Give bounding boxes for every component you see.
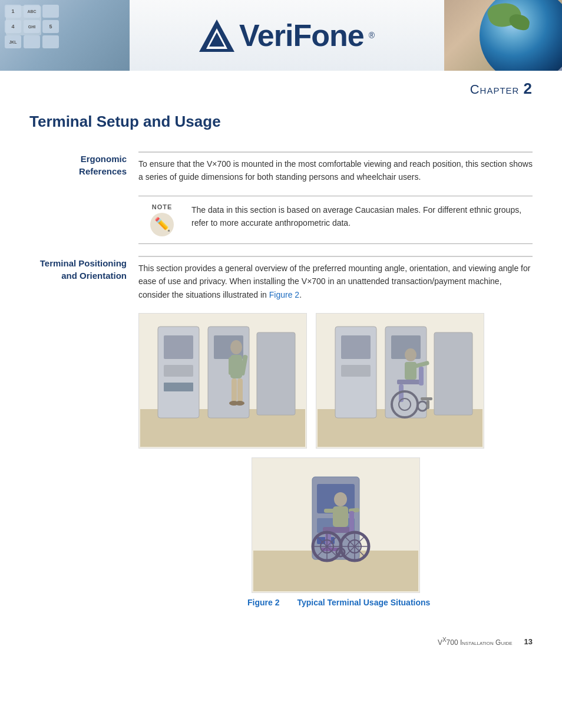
svg-rect-27 — [405, 362, 416, 380]
svg-rect-10 — [257, 332, 295, 415]
key-1: 1 — [5, 5, 21, 18]
ergonomic-label-text: Ergonomic References — [29, 153, 127, 177]
svg-rect-16 — [237, 378, 243, 402]
globe-land-2 — [508, 13, 531, 31]
svg-rect-36 — [427, 400, 429, 409]
svg-rect-5 — [164, 335, 193, 359]
key-5: 5 — [42, 20, 59, 33]
positioning-body: This section provides a general overview… — [138, 262, 533, 301]
figure-caption: Figure 2 Typical Terminal Usage Situatio… — [247, 598, 533, 607]
note-icon-area: NOTE — [138, 203, 186, 236]
positioning-content: This section provides a general overview… — [138, 256, 533, 301]
footer-guide-label: Installation Guide — [460, 638, 513, 647]
key-blank2 — [24, 35, 40, 48]
note-box: NOTE The data in this section is based o… — [138, 196, 533, 244]
page-title: Terminal Setup and Usage — [29, 113, 533, 134]
page-header: 1 ABC 4 GHI 5 JKL VeriFone® — [0, 0, 562, 71]
svg-point-18 — [235, 401, 244, 406]
key-blank3 — [42, 35, 59, 48]
logo-wordmark: VeriFone — [239, 18, 364, 53]
page-footer: VX700 Installation Guide 13 — [0, 631, 562, 658]
standing-person-svg — [140, 315, 305, 447]
main-content: Terminal Setup and Usage Ergonomic Refer… — [0, 101, 562, 625]
chapter-word: Chapter — [470, 82, 520, 97]
wheelchair-rear-svg — [253, 459, 418, 591]
positioning-section: Terminal Positioning and Orientation Thi… — [29, 256, 533, 301]
svg-rect-35 — [421, 397, 432, 400]
figure-2-link[interactable]: Figure 2 — [269, 290, 299, 299]
image-wheelchair-person — [316, 313, 484, 449]
header-left-image: 1 ABC 4 GHI 5 JKL — [0, 0, 130, 71]
header-right-image — [444, 0, 562, 71]
note-label: NOTE — [152, 203, 173, 210]
note-text: The data in this section is based on ave… — [186, 203, 533, 230]
logo-triangle-icon — [199, 19, 234, 52]
image-bottom-row — [138, 457, 533, 593]
header-logo-area: VeriFone® — [130, 0, 444, 71]
svg-rect-43 — [333, 506, 348, 527]
figure-title: Typical Terminal Usage Situations — [297, 598, 430, 607]
svg-rect-7 — [164, 383, 193, 391]
ergonomic-section: Ergonomic References To ensure that the … — [29, 151, 533, 184]
ergonomic-label: Ergonomic References — [29, 151, 138, 184]
svg-rect-30 — [419, 367, 424, 386]
svg-point-11 — [230, 340, 242, 354]
svg-rect-15 — [232, 378, 237, 402]
verifone-logo: VeriFone® — [199, 18, 375, 53]
chapter-number: 2 — [524, 80, 533, 97]
svg-rect-6 — [164, 365, 193, 377]
key-ghi: GHI — [24, 20, 40, 33]
logo-registered: ® — [369, 31, 375, 40]
images-top-row — [138, 313, 533, 449]
positioning-label: Terminal Positioning and Orientation — [29, 256, 138, 301]
svg-rect-25 — [434, 332, 472, 415]
svg-rect-44 — [324, 509, 335, 513]
key-blank — [42, 5, 59, 18]
positioning-label-text: Terminal Positioning and Orientation — [29, 257, 127, 282]
wheelchair-person-svg — [318, 315, 482, 447]
svg-rect-29 — [397, 380, 421, 384]
image-standing-person — [138, 313, 307, 449]
svg-rect-13 — [229, 357, 233, 375]
globe-graphic — [480, 0, 562, 71]
key-4: 4 — [5, 20, 21, 33]
footer-guide-text: VX700 Installation Guide — [438, 637, 513, 647]
svg-point-26 — [405, 348, 416, 361]
footer-page-number: 13 — [524, 637, 533, 646]
svg-point-42 — [334, 492, 347, 506]
image-wheelchair-rear — [252, 457, 420, 593]
figure-number: Figure 2 — [247, 598, 279, 607]
key-jkl: JKL — [5, 35, 21, 48]
chapter-heading: Chapter 2 — [0, 71, 562, 101]
ergonomic-content: To ensure that the V×700 is mounted in t… — [138, 151, 533, 184]
images-area: Figure 2 Typical Terminal Usage Situatio… — [138, 313, 533, 607]
svg-rect-21 — [341, 335, 371, 359]
svg-rect-47 — [349, 511, 354, 533]
keypad-graphic: 1 ABC 4 GHI 5 JKL — [5, 5, 59, 48]
note-pencil-icon — [150, 213, 174, 236]
key-abc: ABC — [24, 5, 40, 18]
ergonomic-body: To ensure that the V×700 is mounted in t… — [138, 157, 533, 184]
svg-rect-22 — [341, 365, 371, 377]
